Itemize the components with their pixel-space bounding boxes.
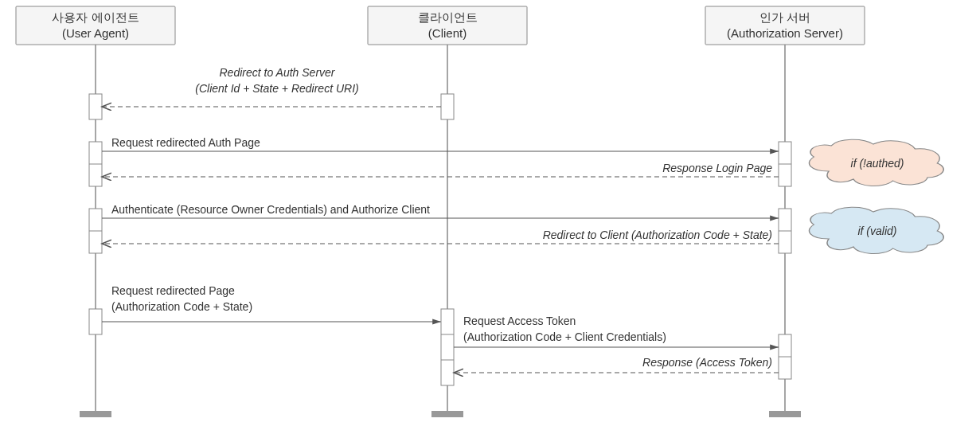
activation-ua-1 [89, 94, 102, 119]
msg1-line1: Redirect to Auth Server [220, 66, 336, 79]
activation-cl-2 [441, 309, 454, 385]
note2-text: if (valid) [857, 225, 896, 237]
actor-auth-server: 인가 서버 (Authorization Server) [705, 6, 865, 45]
note1-text: if (!authed) [851, 157, 904, 170]
msg6-line2: (Authorization Code + State) [111, 300, 252, 313]
msg2-label: Request redirected Auth Page [111, 136, 260, 149]
lifeline-foot-ua [80, 411, 111, 417]
actor-as-kr: 인가 서버 [759, 10, 810, 24]
msg7-line2: (Authorization Code + Client Credentials… [463, 330, 666, 343]
msg4-label: Authenticate (Resource Owner Credentials… [111, 203, 430, 216]
msg7-line1: Request Access Token [463, 315, 576, 327]
actor-as-en: (Authorization Server) [727, 26, 843, 40]
lifeline-foot-as [769, 411, 801, 417]
msg6-line1: Request redirected Page [111, 284, 235, 297]
actor-user-agent: 사용자 에이전트 (User Agent) [16, 6, 175, 45]
msg1-line2: (Client Id + State + Redirect URI) [195, 82, 358, 95]
actor-cl-kr: 클라이언트 [418, 10, 478, 24]
msg3-label: Response Login Page [662, 162, 772, 174]
activation-ua-4 [89, 309, 102, 334]
sequence-diagram: 사용자 에이전트 (User Agent) 클라이언트 (Client) 인가 … [0, 0, 980, 430]
actor-cl-en: (Client) [428, 26, 467, 40]
msg8-label: Response (Access Token) [642, 356, 772, 369]
lifeline-foot-cl [431, 411, 463, 417]
msg5-label: Redirect to Client (Authorization Code +… [543, 229, 772, 241]
actor-client: 클라이언트 (Client) [368, 6, 527, 45]
actor-ua-kr: 사용자 에이전트 [52, 10, 139, 24]
actor-ua-en: (User Agent) [62, 26, 129, 40]
activation-cl-1 [441, 94, 454, 119]
